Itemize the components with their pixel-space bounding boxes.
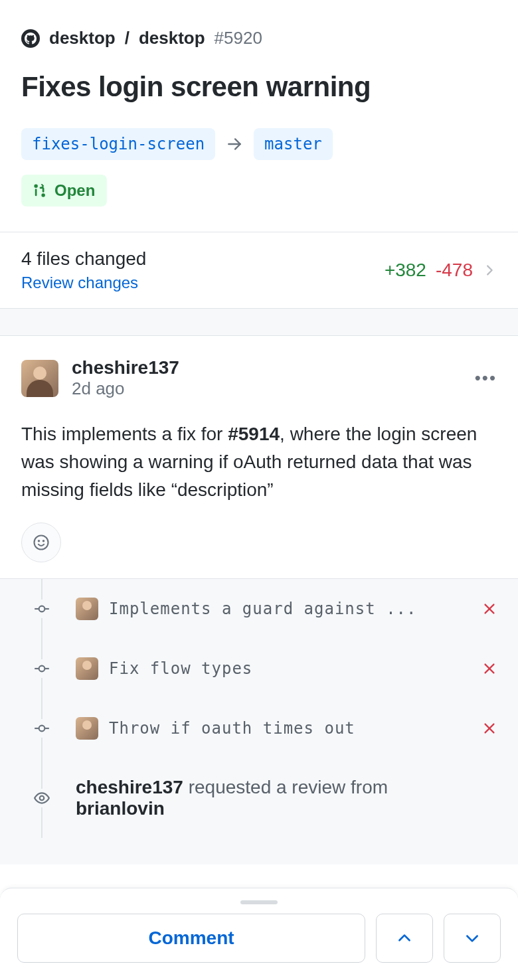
- drag-handle[interactable]: [240, 900, 278, 904]
- diff-deletions: -478: [436, 260, 473, 281]
- diff-additions: +382: [385, 260, 426, 281]
- pr-status-label: Open: [54, 181, 95, 200]
- files-changed-row[interactable]: 4 files changed Review changes +382 -478: [0, 232, 518, 308]
- commit-icon: [33, 600, 51, 618]
- svg-point-1: [35, 536, 48, 550]
- section-divider: [0, 308, 518, 336]
- breadcrumb-repo[interactable]: desktop: [139, 28, 205, 48]
- commit-message: Fix flow types: [109, 659, 472, 678]
- avatar: [76, 717, 98, 740]
- branch-target[interactable]: master: [254, 128, 333, 160]
- next-button[interactable]: [444, 914, 501, 963]
- breadcrumb-slash: /: [125, 28, 130, 48]
- commit-message: Throw if oauth times out: [109, 719, 472, 738]
- comment-timestamp: 2d ago: [72, 378, 179, 399]
- timeline-commit[interactable]: Throw if oauth times out: [21, 698, 497, 758]
- arrow-right-icon: [226, 135, 243, 153]
- branch-source[interactable]: fixes-login-screen: [21, 128, 215, 160]
- avatar: [76, 657, 98, 680]
- timeline-commit[interactable]: Fix flow types: [21, 639, 497, 698]
- pr-status-badge: Open: [21, 175, 107, 206]
- eye-icon: [33, 789, 51, 807]
- breadcrumb: desktop / desktop #5920: [21, 28, 497, 48]
- timeline-commit[interactable]: Implements a guard against ...: [21, 579, 497, 639]
- svg-point-9: [39, 666, 45, 672]
- review-changes-link[interactable]: Review changes: [21, 274, 146, 292]
- timeline-review-request: cheshire137 requested a review from bria…: [21, 758, 497, 838]
- issue-reference-link[interactable]: #5914: [228, 424, 280, 444]
- pr-number: #5920: [215, 28, 262, 48]
- avatar: [76, 598, 98, 620]
- commit-icon: [33, 659, 51, 678]
- bottom-sheet: Comment: [0, 888, 518, 980]
- comment-author[interactable]: cheshire137: [72, 357, 179, 378]
- svg-point-4: [39, 606, 45, 612]
- comment-overflow-menu[interactable]: •••: [475, 368, 497, 388]
- add-reaction-button[interactable]: [21, 523, 61, 562]
- commit-message: Implements a guard against ...: [109, 600, 472, 618]
- comment-button[interactable]: Comment: [17, 914, 365, 963]
- review-request-actor[interactable]: cheshire137: [76, 777, 183, 797]
- svg-point-2: [39, 540, 39, 541]
- prev-button[interactable]: [376, 914, 433, 963]
- breadcrumb-owner[interactable]: desktop: [49, 28, 116, 48]
- status-fail-icon[interactable]: [482, 661, 497, 676]
- smiley-icon: [32, 533, 50, 552]
- commit-icon: [33, 719, 51, 738]
- review-request-target[interactable]: brianlovin: [76, 798, 165, 819]
- avatar[interactable]: [21, 360, 58, 397]
- status-fail-icon[interactable]: [482, 721, 497, 736]
- svg-point-14: [39, 726, 45, 732]
- svg-point-3: [43, 540, 44, 541]
- github-logo-icon: [21, 29, 40, 48]
- pr-title: Fixes login screen warning: [21, 71, 497, 103]
- svg-point-19: [40, 796, 44, 801]
- status-fail-icon[interactable]: [482, 602, 497, 616]
- chevron-up-icon: [396, 930, 413, 947]
- comment-body: This implements a fix for #5914, where t…: [21, 420, 497, 504]
- chevron-down-icon: [464, 930, 481, 947]
- timeline: Implements a guard against ... Fix flow …: [0, 578, 518, 864]
- git-pull-request-icon: [33, 183, 48, 198]
- chevron-right-icon: [482, 263, 497, 278]
- files-changed-count: 4 files changed: [21, 248, 146, 270]
